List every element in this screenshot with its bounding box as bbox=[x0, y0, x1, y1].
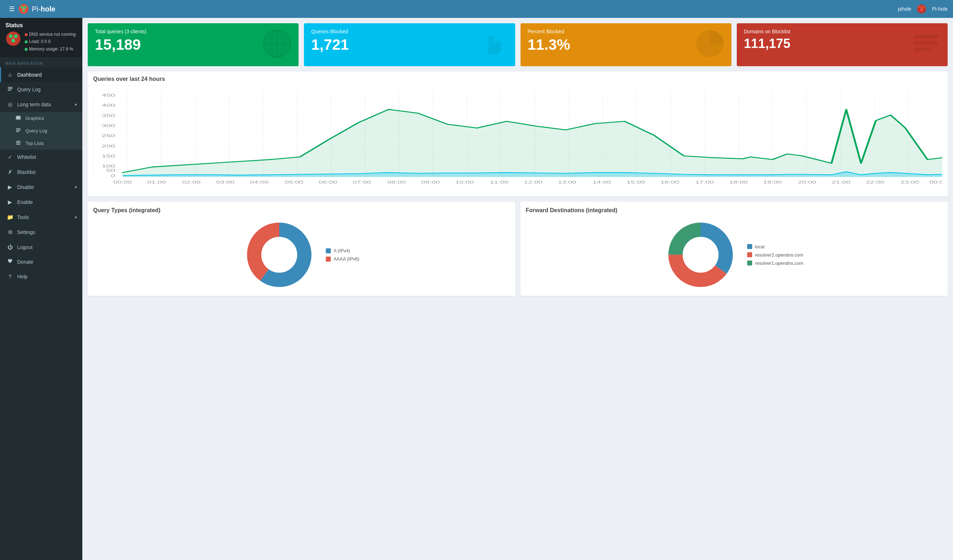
svg-point-14 bbox=[12, 37, 15, 40]
sidebar-item-logout-label: Logout bbox=[17, 244, 33, 250]
forward-destinations-title: Forward Destinations (integrated) bbox=[526, 207, 943, 213]
sidebar-item-long-query-log-label: Query Log bbox=[25, 128, 47, 133]
status-details: DNS service not running Load: 0 0 0 Memo… bbox=[25, 31, 76, 53]
sidebar-item-enable[interactable]: ▶ Enable bbox=[0, 195, 82, 210]
svg-text:09:00: 09:00 bbox=[421, 180, 440, 184]
svg-rect-24 bbox=[16, 142, 20, 143]
sidebar-item-query-log[interactable]: Query Log bbox=[0, 82, 82, 97]
legend-item-resolver1: resolver1.opendns.com bbox=[747, 260, 803, 266]
svg-point-9 bbox=[921, 8, 922, 10]
sidebar-item-long-query-log[interactable]: Query Log bbox=[0, 125, 82, 137]
svg-point-30 bbox=[264, 30, 291, 57]
svg-text:200: 200 bbox=[102, 144, 115, 148]
sidebar-item-settings-label: Settings bbox=[17, 229, 36, 235]
legend-color-resolver2 bbox=[747, 252, 752, 257]
sidebar-item-logout[interactable]: ⏻ Logout bbox=[0, 240, 82, 254]
forward-destinations-panel: Forward Destinations (integrated) bbox=[520, 202, 948, 296]
svg-text:06:00: 06:00 bbox=[319, 180, 337, 184]
sidebar-item-disable[interactable]: ▶ Disable ▾ bbox=[0, 179, 82, 195]
sidebar-item-dashboard-label: Dashboard bbox=[17, 72, 42, 77]
main-content: Total queries (3 clients) 15,189 Queries… bbox=[82, 18, 953, 560]
long-term-arrow-icon: ▾ bbox=[75, 102, 77, 107]
sidebar-item-help[interactable]: ? Help bbox=[0, 269, 82, 284]
svg-text:250: 250 bbox=[102, 133, 115, 138]
sidebar-item-whitelist-label: Whitelist bbox=[17, 154, 36, 160]
svg-text:14:00: 14:00 bbox=[593, 180, 611, 184]
svg-text:03:00: 03:00 bbox=[216, 180, 234, 184]
svg-rect-33 bbox=[914, 41, 939, 45]
svg-text:20:00: 20:00 bbox=[798, 180, 816, 184]
legend-color-ipv4 bbox=[326, 248, 331, 253]
legend-item-resolver2: resolver2.opendns.com bbox=[747, 252, 803, 258]
svg-text:16:00: 16:00 bbox=[661, 180, 679, 184]
sidebar-item-top-lists-label: Top Lists bbox=[25, 141, 43, 146]
svg-text:00:00: 00:00 bbox=[113, 180, 132, 184]
sidebar-item-whitelist[interactable]: ✓ Whitelist bbox=[0, 150, 82, 165]
svg-point-6 bbox=[919, 6, 921, 9]
nav-label: MAIN NAVIGATION bbox=[0, 57, 82, 67]
sidebar-item-long-term[interactable]: ◎ Long term data ▾ bbox=[0, 97, 82, 112]
brand-pi: Pi- bbox=[32, 5, 40, 13]
raspberry-icon bbox=[916, 4, 927, 14]
navbar-right: pihole Pi-hole bbox=[898, 4, 948, 14]
graphics-icon bbox=[15, 115, 22, 121]
stat-card-queries-blocked: Queries Blocked 1,721 bbox=[304, 23, 515, 66]
load-text: Load: 0 0 0 bbox=[29, 39, 50, 44]
query-types-legend: A (IPv4) AAAA (IPv6) bbox=[326, 248, 359, 261]
svg-text:50: 50 bbox=[106, 168, 115, 173]
svg-point-7 bbox=[922, 6, 925, 9]
sidebar-item-graphics[interactable]: Graphics bbox=[0, 112, 82, 125]
load-dot bbox=[25, 40, 28, 43]
svg-text:400: 400 bbox=[102, 103, 115, 107]
sidebar-status: Status DNS service not running Load: 0 0… bbox=[0, 18, 82, 57]
svg-text:13:00: 13:00 bbox=[558, 180, 576, 184]
svg-rect-15 bbox=[8, 87, 12, 88]
pihole-sidebar-logo-icon bbox=[5, 31, 21, 46]
sidebar-item-tools[interactable]: 📁 Tools ▾ bbox=[0, 210, 82, 225]
hamburger-button[interactable]: ☰ bbox=[5, 3, 18, 15]
navbar-username: pihole bbox=[898, 6, 911, 12]
sidebar-item-top-lists[interactable]: Top Lists bbox=[0, 137, 82, 150]
long-query-log-icon bbox=[15, 128, 22, 134]
brand-logo[interactable]: Pi-hole bbox=[18, 3, 56, 14]
svg-text:19:00: 19:00 bbox=[763, 180, 782, 184]
svg-rect-21 bbox=[16, 130, 20, 131]
queries-chart-svg: 450 400 350 300 250 200 150 100 50 0 bbox=[93, 91, 942, 191]
svg-point-79 bbox=[683, 237, 719, 273]
forward-destinations-content: local resolver2.opendns.com resolver1.op… bbox=[526, 219, 943, 291]
top-lists-icon bbox=[15, 140, 22, 146]
dns-status-dot bbox=[25, 33, 28, 36]
long-term-submenu: Graphics Query Log Top Lists bbox=[0, 112, 82, 150]
sidebar-item-dashboard[interactable]: ⌂ Dashboard bbox=[0, 67, 82, 82]
chart-body: 450 400 350 300 250 200 150 100 50 0 bbox=[88, 85, 948, 196]
legend-label-resolver1: resolver1.opendns.com bbox=[755, 260, 803, 266]
svg-point-12 bbox=[14, 34, 17, 38]
status-logo-area: DNS service not running Load: 0 0 0 Memo… bbox=[5, 31, 77, 53]
legend-color-local bbox=[747, 244, 752, 249]
hand-icon bbox=[478, 28, 510, 64]
dashboard-icon: ⌂ bbox=[6, 71, 14, 77]
settings-icon: ⚙ bbox=[6, 229, 14, 235]
brand-hole: hole bbox=[40, 5, 55, 13]
svg-text:450: 450 bbox=[102, 93, 115, 97]
query-types-title: Query Types (integrated) bbox=[93, 207, 510, 213]
sidebar-item-tools-label: Tools bbox=[17, 214, 29, 220]
query-types-content: A (IPv4) AAAA (IPv6) bbox=[93, 219, 510, 291]
chart-container: 450 400 350 300 250 200 150 100 50 0 bbox=[93, 91, 942, 191]
memory-dot bbox=[25, 48, 28, 51]
legend-item-ipv4: A (IPv4) bbox=[326, 248, 359, 253]
svg-text:100: 100 bbox=[102, 164, 115, 168]
list-icon bbox=[910, 28, 942, 64]
navbar-pihole-label: Pi-hole bbox=[932, 6, 948, 12]
navbar: ☰ Pi-hole pihole Pi-hole bbox=[0, 0, 953, 18]
pihole-logo-icon bbox=[18, 3, 29, 14]
sidebar-item-settings[interactable]: ⚙ Settings bbox=[0, 225, 82, 240]
query-log-icon bbox=[6, 86, 14, 93]
sidebar-item-donate[interactable]: Donate bbox=[0, 254, 82, 269]
sidebar-item-blacklist[interactable]: ✗ Blacklist bbox=[0, 165, 82, 179]
legend-item-ipv6: AAAA (IPv6) bbox=[326, 256, 359, 261]
disable-icon: ▶ bbox=[6, 184, 14, 190]
svg-text:04:00: 04:00 bbox=[250, 180, 269, 184]
svg-text:00:00: 00:00 bbox=[930, 180, 942, 184]
svg-rect-32 bbox=[914, 35, 939, 38]
